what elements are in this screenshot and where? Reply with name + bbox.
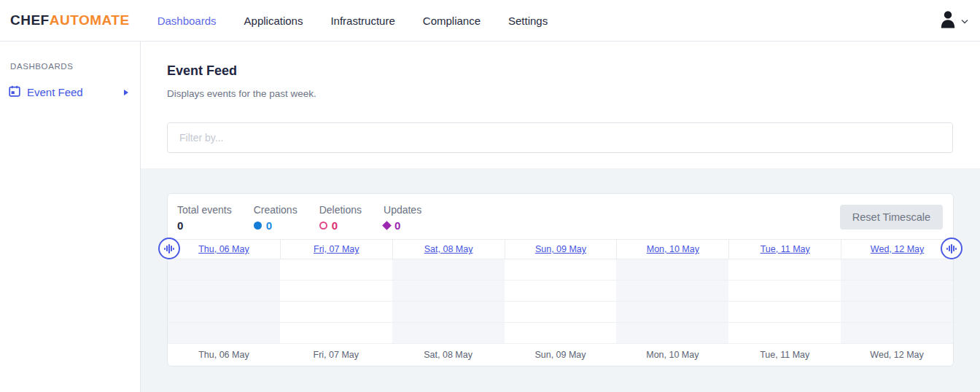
day-label: Wed, 12 May bbox=[841, 350, 953, 360]
timeline-cell bbox=[280, 259, 392, 280]
timeline-cell bbox=[728, 259, 841, 280]
top-bar: CHEFAUTOMATE Dashboards Applications Inf… bbox=[0, 0, 980, 42]
triangle-right-icon[interactable] bbox=[124, 90, 128, 95]
filter-input[interactable] bbox=[167, 122, 953, 153]
stat-label: Creations bbox=[254, 204, 298, 216]
stat-label: Deletions bbox=[319, 204, 362, 216]
stat-count: 0 bbox=[394, 219, 400, 232]
stat-value: 0 bbox=[177, 219, 232, 232]
stats-row: Total events 0 Creations 0 Deletions bbox=[168, 194, 953, 239]
timescale-slider-icon-right[interactable] bbox=[941, 238, 962, 259]
nav-item-compliance[interactable]: Compliance bbox=[423, 15, 481, 27]
timeline-row bbox=[168, 323, 953, 344]
timeline-cell bbox=[280, 323, 392, 343]
nav-item-infrastructure[interactable]: Infrastructure bbox=[330, 15, 394, 27]
timeline-cell bbox=[168, 323, 280, 343]
main-content: Event Feed Displays events for the past … bbox=[141, 42, 980, 392]
reset-timescale-button[interactable]: Reset Timescale bbox=[840, 205, 943, 230]
timeline-day-footer: Thu, 06 May Fri, 07 May Sat, 08 May Sun,… bbox=[168, 344, 953, 366]
timeline-cell bbox=[616, 323, 728, 343]
stat-label: Updates bbox=[384, 204, 421, 216]
timeline-cell bbox=[280, 281, 392, 301]
timeline-cell bbox=[392, 302, 505, 322]
timeline-cell bbox=[841, 323, 953, 343]
day-label: Thu, 06 May bbox=[168, 350, 280, 360]
event-feed-section: Total events 0 Creations 0 Deletions bbox=[141, 168, 980, 392]
timeline-cell bbox=[505, 281, 617, 301]
timeline-cell bbox=[392, 323, 505, 343]
app-shell: DASHBOARDS Event Feed Event Feed Display… bbox=[0, 42, 980, 392]
timeline-cell bbox=[728, 323, 841, 343]
timeline-cell bbox=[505, 323, 617, 343]
timeline-cell bbox=[392, 281, 505, 301]
day-link[interactable]: Wed, 12 May bbox=[871, 244, 924, 254]
sidebar-item-event-feed[interactable]: Event Feed bbox=[0, 85, 140, 99]
timeline-cell bbox=[841, 302, 953, 322]
sidebar: DASHBOARDS Event Feed bbox=[0, 42, 141, 392]
timeline-row bbox=[168, 281, 953, 302]
day-label: Mon, 10 May bbox=[616, 350, 728, 360]
stat-total-events: Total events 0 bbox=[177, 204, 232, 232]
day-link[interactable]: Fri, 07 May bbox=[314, 244, 359, 254]
day-label: Sat, 08 May bbox=[392, 350, 505, 360]
page-subtitle: Displays events for the past week. bbox=[167, 88, 953, 99]
chef-automate-logo[interactable]: CHEFAUTOMATE bbox=[10, 12, 130, 28]
timeline-cell bbox=[841, 259, 953, 280]
timeline-cell bbox=[616, 259, 728, 280]
timeline-cell bbox=[728, 281, 841, 301]
stat-value: 0 bbox=[384, 219, 421, 232]
timeline-cell bbox=[505, 259, 617, 280]
event-feed-card: Total events 0 Creations 0 Deletions bbox=[167, 193, 954, 366]
stat-deletions: Deletions 0 bbox=[319, 204, 362, 232]
stat-updates: Updates 0 bbox=[384, 204, 421, 232]
timeline-cell bbox=[841, 281, 953, 301]
timeline-cell bbox=[616, 302, 728, 322]
event-timeline: Thu, 06 May Fri, 07 May Sat, 08 May Sun,… bbox=[168, 239, 953, 366]
stat-count: 0 bbox=[266, 219, 272, 232]
stat-count: 0 bbox=[332, 219, 338, 232]
nav-item-dashboards[interactable]: Dashboards bbox=[158, 15, 217, 27]
sidebar-item-label: Event Feed bbox=[27, 86, 83, 98]
timeline-cell bbox=[392, 259, 505, 280]
timeline-cell bbox=[168, 281, 280, 301]
day-link[interactable]: Sun, 09 May bbox=[535, 244, 586, 254]
stat-value: 0 bbox=[319, 219, 362, 232]
timeline-cell bbox=[280, 302, 392, 322]
main-nav: Dashboards Applications Infrastructure C… bbox=[158, 15, 548, 27]
timeline-cell bbox=[505, 302, 617, 322]
timeline-cell bbox=[728, 302, 841, 322]
timeline-row bbox=[168, 302, 953, 323]
day-label: Sun, 09 May bbox=[505, 350, 617, 360]
timeline-cell bbox=[168, 259, 280, 280]
timeline-day-header: Thu, 06 May Fri, 07 May Sat, 08 May Sun,… bbox=[168, 239, 953, 259]
timeline-cell bbox=[168, 302, 280, 322]
timescale-slider-icon-left[interactable] bbox=[158, 238, 180, 259]
filled-diamond-icon bbox=[382, 221, 392, 230]
timeline-row bbox=[168, 259, 953, 281]
logo-chef: CHEF bbox=[10, 12, 50, 28]
nav-item-settings[interactable]: Settings bbox=[508, 15, 548, 27]
user-icon bbox=[940, 10, 956, 31]
chevron-down-icon bbox=[961, 14, 968, 27]
nav-item-applications[interactable]: Applications bbox=[244, 15, 303, 27]
day-link[interactable]: Sat, 08 May bbox=[424, 244, 473, 254]
stat-creations: Creations 0 bbox=[254, 204, 298, 232]
day-link[interactable]: Thu, 06 May bbox=[198, 244, 249, 254]
day-link[interactable]: Mon, 10 May bbox=[647, 244, 699, 254]
page-header: Event Feed Displays events for the past … bbox=[141, 42, 980, 168]
timeline-cell bbox=[616, 281, 728, 301]
filled-circle-icon bbox=[254, 222, 262, 230]
stat-label: Total events bbox=[177, 204, 232, 216]
day-label: Tue, 11 May bbox=[728, 350, 841, 360]
stat-value: 0 bbox=[254, 219, 298, 232]
calendar-icon bbox=[9, 85, 20, 99]
day-link[interactable]: Tue, 11 May bbox=[761, 244, 810, 254]
logo-automate: AUTOMATE bbox=[50, 12, 130, 28]
timeline-grid bbox=[168, 259, 953, 344]
user-menu[interactable] bbox=[940, 10, 968, 31]
sidebar-section-label: DASHBOARDS bbox=[0, 62, 140, 71]
page-title: Event Feed bbox=[167, 63, 953, 79]
outlined-circle-icon bbox=[319, 222, 327, 230]
day-label: Fri, 07 May bbox=[280, 350, 392, 360]
